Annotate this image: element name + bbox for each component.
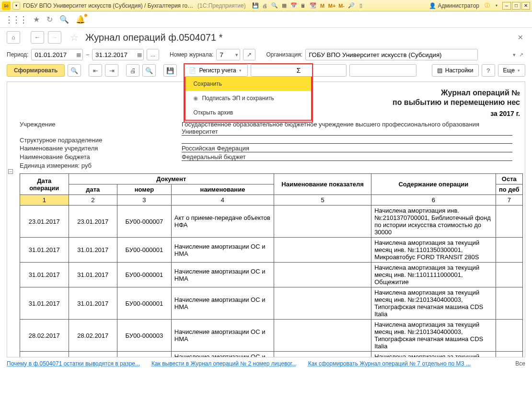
cell-op-date: 31.01.2017: [20, 238, 69, 263]
cell-doc-date: 31.01.2017: [69, 238, 117, 263]
registry-button[interactable]: 📄 Регистр учета ▾: [185, 64, 248, 77]
help-link[interactable]: Почему в ф.0504071 остатки выводятся в р…: [7, 360, 140, 367]
search-icon[interactable]: 🔍: [59, 15, 69, 24]
cell-indicator: [274, 238, 371, 263]
cell-doc-name: Начисление амортизации ОС и НМА: [171, 352, 274, 358]
user-icon: 👤: [429, 2, 436, 9]
cell-doc-num: БУ00-000001: [117, 263, 172, 287]
home-button[interactable]: ⌂: [7, 31, 20, 44]
form-button[interactable]: Сформировать: [7, 64, 65, 77]
sum-input[interactable]: [349, 64, 416, 77]
cell-doc-num: БУ00-000002: [117, 352, 172, 358]
info-icon[interactable]: ⓘ: [483, 1, 491, 10]
history-icon[interactable]: ↻: [46, 15, 53, 24]
help-button[interactable]: ?: [482, 64, 495, 77]
calc-icon[interactable]: 🖩: [299, 1, 308, 10]
all-links-button[interactable]: Все: [515, 360, 525, 367]
maximize-button[interactable]: □: [512, 2, 520, 10]
cell-content: Начислена амортизация за текущий месяц и…: [371, 238, 496, 263]
cell-content: Начислена амортизация инв. №:21013707000…: [371, 206, 496, 238]
date-to-input[interactable]: [92, 49, 144, 60]
journal-num-label: Номер журнала:: [170, 51, 213, 58]
window-title: ГОБУ ВПО Университет искусств (Субсидия)…: [23, 2, 196, 9]
table-icon[interactable]: ▦: [280, 1, 289, 10]
memory-mminus-icon[interactable]: M-: [337, 1, 346, 10]
table-row[interactable]: 28.02.2017 28.02.2017 БУ00-000003 Начисл…: [20, 320, 523, 352]
forward-button[interactable]: →: [48, 31, 61, 44]
dropdown-item-archive[interactable]: Открыть архив: [185, 105, 311, 120]
cell-indicator: [274, 263, 371, 287]
th-doc-name: наименование: [171, 184, 274, 195]
table-row[interactable]: 31.01.2017 31.01.2017 БУ00-000001 Начисл…: [20, 238, 523, 263]
info-dd-icon[interactable]: ▾: [492, 1, 501, 10]
colnum: 6: [371, 195, 496, 206]
journal-open-button[interactable]: ↗: [243, 49, 255, 60]
cell-op-date: 28.02.2017: [20, 352, 69, 358]
table-row[interactable]: 23.01.2017 23.01.2017 БУ00-000007 Акт о …: [20, 206, 523, 238]
table-row[interactable]: 31.01.2017 31.01.2017 БУ00-000001 Начисл…: [20, 287, 523, 320]
cell-op-date: 31.01.2017: [20, 287, 69, 320]
bell-icon[interactable]: 🔔: [76, 15, 85, 24]
sum-button[interactable]: Σ: [251, 64, 346, 77]
colnum: 7: [496, 195, 522, 206]
cell-doc-date: 31.01.2017: [69, 287, 117, 320]
help-link[interactable]: Как вывести в Журнал операций № 2 номер …: [151, 360, 297, 367]
calendar2-icon[interactable]: 📆: [309, 1, 317, 10]
cell-op-date: 31.01.2017: [20, 263, 69, 287]
th-indicator: Наименование показателя: [274, 174, 371, 195]
cell-doc-date: 28.02.2017: [69, 320, 117, 352]
preview-icon[interactable]: 🔍: [270, 1, 279, 10]
memory-m-icon[interactable]: M: [318, 1, 327, 10]
collapse-all-button[interactable]: ⇤: [89, 64, 102, 77]
chevron-down-icon: ▾: [518, 68, 520, 73]
favorite-icon[interactable]: ★: [33, 15, 40, 24]
date-icon[interactable]: 📅: [289, 1, 298, 10]
panel-icon[interactable]: ▯: [357, 1, 365, 10]
chevron-down-icon: ▾: [239, 68, 242, 73]
dropdown-item-sign[interactable]: ◉ Подписать ЭП и сохранить: [185, 91, 311, 105]
apps-icon[interactable]: ⋮⋮⋮: [5, 14, 26, 25]
expand-all-button[interactable]: ⇥: [105, 64, 118, 77]
settings-label: Настройки: [445, 67, 474, 74]
save-icon[interactable]: 💾: [251, 1, 260, 10]
print-button[interactable]: 🖨: [126, 64, 139, 77]
chevron-down-icon[interactable]: ▾: [513, 52, 516, 58]
cell-content: Начислена амортизация за текущий месяц и…: [371, 287, 496, 320]
collapse-toggle[interactable]: –: [8, 169, 13, 174]
calendar-icon[interactable]: ▦: [76, 52, 81, 58]
preview-button[interactable]: 🔍: [142, 64, 156, 77]
search-button[interactable]: 🔍: [68, 64, 81, 77]
current-user[interactable]: 👤 Администратор: [429, 2, 479, 9]
save-report-button[interactable]: 💾: [163, 64, 177, 77]
period-label: Период:: [7, 51, 28, 58]
table-row[interactable]: 28.02.2017 28.02.2017 БУ00-000002 Начисл…: [20, 352, 523, 358]
zoom-icon[interactable]: 🔎: [347, 1, 356, 10]
star-icon[interactable]: ☆: [70, 32, 79, 43]
close-button[interactable]: ✕: [521, 2, 530, 10]
calendar-icon[interactable]: ▦: [137, 52, 142, 58]
close-tab-button[interactable]: ✕: [516, 32, 525, 43]
report-viewport[interactable]: Журнал операций № по выбытию и перемещен…: [7, 81, 525, 357]
colnum: 1: [20, 195, 69, 206]
help-link[interactable]: Как сформировать Журнал операций № 7 отд…: [308, 360, 471, 367]
info-value: Государственное образовательное бюджетно…: [182, 121, 512, 136]
cell-doc-name: Начисление амортизации ОС и НМА: [171, 320, 274, 352]
open-ref-icon[interactable]: ↗: [519, 52, 523, 58]
info-label: Структурное подразделение: [20, 137, 182, 144]
more-button[interactable]: Еще ▾: [498, 64, 525, 77]
period-picker-button[interactable]: ...: [147, 49, 159, 60]
app-menu-dropdown[interactable]: ▾: [12, 2, 20, 10]
dropdown-item-save[interactable]: Сохранить: [185, 77, 311, 91]
memory-mplus-icon[interactable]: M+: [328, 1, 336, 10]
settings-button[interactable]: ▤ Настройки: [432, 64, 479, 77]
cell-doc-date: 31.01.2017: [69, 263, 117, 287]
table-row[interactable]: 31.01.2017 31.01.2017 БУ00-000001 Начисл…: [20, 263, 523, 287]
back-button[interactable]: ←: [31, 31, 44, 44]
info-value: [182, 137, 512, 144]
date-from-input[interactable]: [31, 49, 83, 60]
minimize-button[interactable]: –: [502, 2, 511, 10]
print-icon[interactable]: 🖨: [261, 1, 269, 10]
app-logo: 1c: [2, 1, 11, 10]
org-input[interactable]: [305, 49, 478, 60]
chevron-down-icon[interactable]: ▾: [235, 52, 238, 58]
